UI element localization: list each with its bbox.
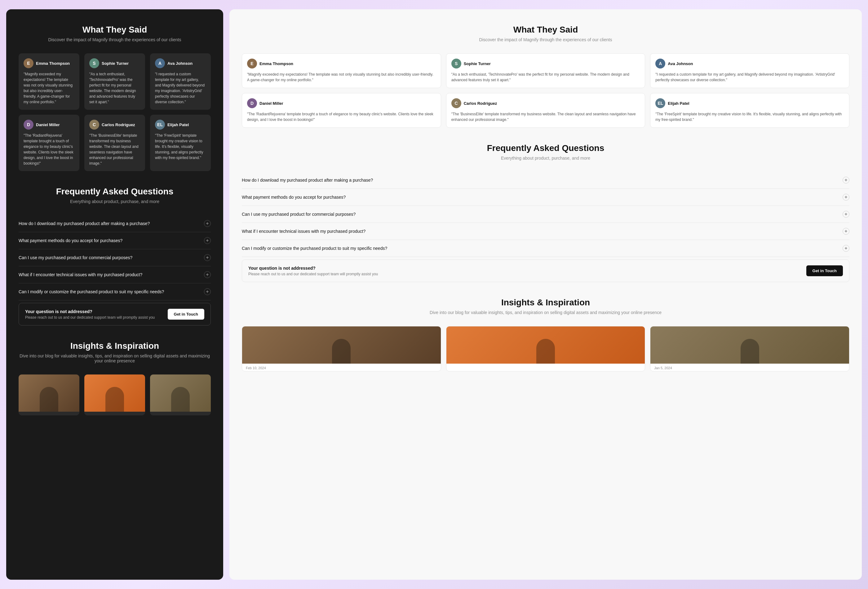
dark-blog-card-0[interactable]	[19, 375, 79, 415]
light-blog-card-2[interactable]: Jan 5, 2024	[650, 326, 849, 371]
light-testimonials-section: What They Said Discover the impact of Ma…	[242, 25, 849, 128]
dark-faq-expand-icon-2[interactable]: +	[204, 254, 211, 261]
light-testimonial-card-0: E Emma Thompson "Magnify exceeded my exp…	[242, 53, 441, 88]
dark-faq-expand-icon-3[interactable]: +	[204, 271, 211, 278]
dark-faq-expand-icon-0[interactable]: +	[204, 220, 211, 227]
dark-avatar-4: C	[89, 120, 99, 130]
dark-faq-question-2: Can I use my purchased product for comme…	[19, 255, 200, 260]
dark-testimonial-card-3: D Daniel Miller "The 'RadiantRejuvena' t…	[19, 115, 79, 171]
dark-author-0: E Emma Thompson	[24, 58, 74, 68]
dark-avatar-3: D	[24, 120, 34, 130]
dark-faq-contact-title: Your question is not addressed?	[25, 309, 155, 314]
dark-get-in-touch-button[interactable]: Get in Touch	[168, 309, 204, 320]
dark-faq-contact-subtitle: Please reach out to us and our dedicated…	[25, 315, 155, 320]
dark-avatar-5: EL	[155, 120, 165, 130]
light-faq-item-3[interactable]: What if I encounter technical issues wit…	[242, 223, 849, 240]
dark-faq-question-1: What payment methods do you accept for p…	[19, 238, 200, 243]
dark-faq-expand-icon-4[interactable]: +	[204, 288, 211, 295]
light-testimonial-text-0: "Magnify exceeded my expectations! The t…	[247, 72, 436, 83]
light-faq-section: Frequently Asked Questions Everything ab…	[242, 143, 849, 282]
dark-panel: What They Said Discover the impact of Ma…	[6, 9, 223, 580]
dark-blog-card-2[interactable]	[150, 375, 211, 415]
dark-author-name-3: Daniel Miller	[36, 123, 60, 127]
light-blog-date-0: Feb 10, 2024	[242, 364, 441, 371]
dark-faq-question-0: How do I download my purchased product a…	[19, 221, 200, 226]
light-testimonial-text-4: "The 'BusinessElite' template transforme…	[451, 111, 640, 123]
dark-testimonial-card-1: S Sophie Turner "As a tech enthusiast, '…	[84, 53, 145, 110]
dark-faq-question-4: Can I modify or customize the purchased …	[19, 289, 200, 294]
light-author-name-1: Sophie Turner	[464, 61, 491, 66]
light-faq-item-1[interactable]: What payment methods do you accept for p…	[242, 189, 849, 206]
dark-faq-item-3[interactable]: What if I encounter technical issues wit…	[19, 266, 211, 283]
light-avatar-3: D	[247, 98, 257, 108]
light-get-in-touch-button[interactable]: Get in Touch	[806, 265, 843, 276]
light-testimonial-card-1: S Sophie Turner "As a tech enthusiast, '…	[446, 53, 645, 88]
dark-avatar-2: A	[155, 58, 165, 68]
dark-author-name-4: Carlos Rodriguez	[102, 123, 135, 127]
dark-testimonial-text-0: "Magnify exceeded my expectations! The t…	[24, 71, 74, 105]
dark-author-4: C Carlos Rodriguez	[89, 120, 140, 130]
light-panel: What They Said Discover the impact of Ma…	[229, 9, 862, 580]
light-avatar-1: S	[451, 59, 461, 68]
light-blog-image-2	[650, 326, 849, 364]
light-author-name-0: Emma Thompson	[260, 61, 293, 66]
dark-blog-card-1[interactable]	[84, 375, 145, 415]
light-faq-contact-info: Your question is not addressed? Please r…	[248, 266, 378, 276]
light-faq-question-1: What payment methods do you accept for p…	[242, 195, 839, 200]
dark-faq-item-1[interactable]: What payment methods do you accept for p…	[19, 232, 211, 249]
light-author-name-4: Carlos Rodriguez	[464, 101, 497, 106]
light-faq-item-4[interactable]: Can I modify or customize the purchased …	[242, 240, 849, 257]
dark-faq-item-2[interactable]: Can I use my purchased product for comme…	[19, 249, 211, 266]
light-author-5: EL Elijah Patel	[655, 98, 844, 108]
dark-insights-subtitle: Dive into our blog for valuable insights…	[19, 353, 211, 363]
dark-faq-item-0[interactable]: How do I download my purchased product a…	[19, 215, 211, 232]
light-author-name-5: Elijah Patel	[668, 101, 689, 106]
dark-faq-expand-icon-1[interactable]: +	[204, 237, 211, 244]
dark-testimonials-subtitle: Discover the impact of Magnify through t…	[19, 37, 211, 42]
light-faq-expand-icon-4[interactable]: +	[843, 245, 849, 252]
light-testimonial-card-2: A Ava Johnson "I requested a custom temp…	[650, 53, 849, 88]
dark-testimonial-card-0: E Emma Thompson "Magnify exceeded my exp…	[19, 53, 79, 110]
light-avatar-2: A	[655, 59, 665, 68]
dark-faq-item-4[interactable]: Can I modify or customize the purchased …	[19, 283, 211, 300]
dark-blog-image-1	[84, 375, 145, 412]
dark-testimonial-text-1: "As a tech enthusiast, 'TechInnovatePro'…	[89, 71, 140, 105]
dark-faq-contact: Your question is not addressed? Please r…	[19, 303, 211, 326]
dark-faq-section: Frequently Asked Questions Everything ab…	[19, 187, 211, 326]
light-testimonial-text-5: "The 'FreeSpirit' template brought my cr…	[655, 111, 844, 123]
light-testimonial-text-1: "As a tech enthusiast, 'TechInnovatePro'…	[451, 72, 640, 83]
light-faq-question-3: What if I encounter technical issues wit…	[242, 229, 839, 234]
dark-testimonial-card-2: A Ava Johnson "I requested a custom temp…	[150, 53, 211, 110]
light-author-2: A Ava Johnson	[655, 59, 844, 68]
light-avatar-5: EL	[655, 98, 665, 108]
light-faq-expand-icon-2[interactable]: +	[843, 211, 849, 218]
light-blog-image-1	[446, 326, 645, 364]
light-blog-card-0[interactable]: Feb 10, 2024	[242, 326, 441, 371]
light-author-name-3: Daniel Miller	[260, 101, 283, 106]
light-author-0: E Emma Thompson	[247, 59, 436, 68]
dark-author-3: D Daniel Miller	[24, 120, 74, 130]
dark-author-5: EL Elijah Patel	[155, 120, 206, 130]
light-faq-expand-icon-3[interactable]: +	[843, 228, 849, 235]
dark-insights-title: Insights & Inspiration	[19, 341, 211, 351]
light-avatar-4: C	[451, 98, 461, 108]
light-blog-card-1[interactable]	[446, 326, 645, 371]
dark-insights-grid	[19, 375, 211, 415]
light-faq-expand-icon-1[interactable]: +	[843, 194, 849, 201]
dark-blog-image-2	[150, 375, 211, 412]
light-blog-date-1	[446, 364, 645, 368]
light-faq-item-0[interactable]: How do I download my purchased product a…	[242, 172, 849, 189]
dark-testimonials-title: What They Said	[19, 25, 211, 35]
dark-testimonial-card-4: C Carlos Rodriguez "The 'BusinessElite' …	[84, 115, 145, 171]
dark-testimonial-card-5: EL Elijah Patel "The 'FreeSpirit' templa…	[150, 115, 211, 171]
dark-testimonial-text-5: "The 'FreeSpirit' template brought my cr…	[155, 133, 206, 161]
light-faq-item-2[interactable]: Can I use my purchased product for comme…	[242, 206, 849, 223]
dark-testimonials-section: What They Said Discover the impact of Ma…	[19, 25, 211, 171]
light-faq-expand-icon-0[interactable]: +	[843, 177, 849, 183]
light-faq-contact: Your question is not addressed? Please r…	[242, 260, 849, 282]
light-faq-question-0: How do I download my purchased product a…	[242, 178, 839, 183]
light-testimonials-title: What They Said	[242, 25, 849, 35]
light-testimonials-subtitle: Discover the impact of Magnify through t…	[242, 37, 849, 42]
dark-testimonial-text-4: "The 'BusinessElite' template transforme…	[89, 133, 140, 166]
dark-testimonials-grid: E Emma Thompson "Magnify exceeded my exp…	[19, 53, 211, 171]
